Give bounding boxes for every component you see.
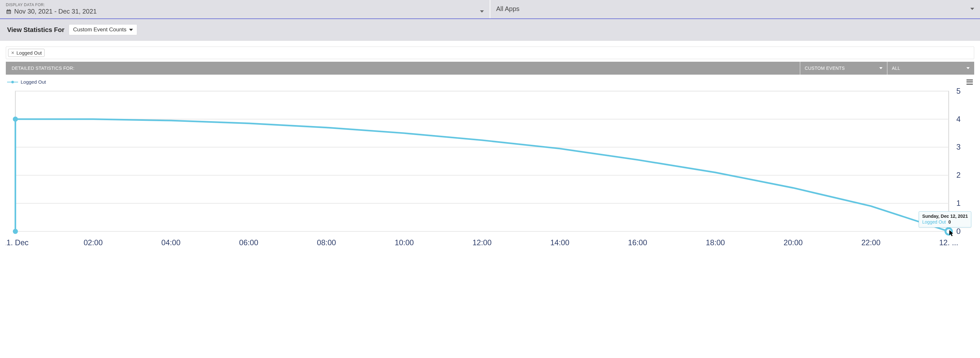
detail-metric-dropdown[interactable]: CUSTOM EVENTS bbox=[800, 62, 887, 75]
svg-text:16:00: 16:00 bbox=[628, 238, 647, 247]
svg-rect-7 bbox=[8, 12, 8, 13]
content-area: ✕ Logged Out DETAILED STATISTICS FOR: CU… bbox=[0, 41, 980, 259]
svg-text:12. ...: 12. ... bbox=[939, 238, 958, 247]
svg-text:02:00: 02:00 bbox=[84, 238, 103, 247]
svg-rect-5 bbox=[8, 11, 9, 12]
svg-text:04:00: 04:00 bbox=[161, 238, 180, 247]
svg-rect-1 bbox=[7, 11, 11, 13]
tooltip-series: Logged Out bbox=[922, 219, 946, 225]
cursor-icon bbox=[949, 230, 955, 238]
svg-text:12:00: 12:00 bbox=[473, 238, 492, 247]
svg-text:5: 5 bbox=[956, 88, 961, 95]
detail-statistics-header: DETAILED STATISTICS FOR: CUSTOM EVENTS A… bbox=[6, 62, 974, 75]
svg-text:2: 2 bbox=[956, 171, 961, 179]
legend-label: Logged Out bbox=[21, 79, 46, 85]
chart-legend-row: Logged Out bbox=[6, 79, 974, 85]
legend-swatch bbox=[7, 81, 18, 83]
chevron-down-icon bbox=[480, 10, 484, 13]
filter-chip-label: Logged Out bbox=[16, 50, 41, 56]
tooltip-value: 0 bbox=[948, 219, 951, 225]
filter-label: DISPLAY DATA FOR: bbox=[6, 3, 484, 7]
detail-statistics-label: DETAILED STATISTICS FOR: bbox=[6, 62, 800, 75]
chevron-down-icon bbox=[970, 8, 974, 10]
svg-text:22:00: 22:00 bbox=[861, 238, 880, 247]
date-range-value: Nov 30, 2021 - Dec 31, 2021 bbox=[14, 8, 97, 15]
caret-down-icon bbox=[129, 29, 133, 31]
caret-down-icon bbox=[879, 67, 883, 69]
svg-rect-2 bbox=[8, 9, 8, 10]
svg-rect-4 bbox=[8, 11, 8, 12]
event-filter-input[interactable]: ✕ Logged Out bbox=[6, 46, 974, 59]
detail-scope-value: ALL bbox=[892, 66, 900, 71]
caret-down-icon bbox=[966, 67, 970, 69]
svg-text:14:00: 14:00 bbox=[550, 238, 570, 247]
svg-point-37 bbox=[13, 229, 18, 234]
app-scope-value: All Apps bbox=[496, 5, 519, 13]
detail-scope-dropdown[interactable]: ALL bbox=[887, 62, 974, 75]
tooltip-date: Sunday, Dec 12, 2021 bbox=[922, 214, 968, 219]
date-range-picker[interactable]: DISPLAY DATA FOR: Nov 30, 2021 - Dec 31,… bbox=[0, 0, 490, 18]
chart: 01234511. Dec02:0004:0006:0008:0010:0012… bbox=[6, 88, 974, 254]
svg-point-38 bbox=[13, 117, 18, 122]
svg-rect-9 bbox=[10, 12, 10, 13]
svg-text:0: 0 bbox=[956, 227, 961, 235]
filter-bar: DISPLAY DATA FOR: Nov 30, 2021 - Dec 31,… bbox=[0, 0, 980, 19]
svg-text:1: 1 bbox=[956, 199, 961, 208]
chart-menu-icon[interactable] bbox=[966, 80, 973, 85]
close-icon[interactable]: ✕ bbox=[11, 50, 14, 55]
view-statistics-title: View Statistics For bbox=[7, 26, 64, 34]
svg-text:18:00: 18:00 bbox=[706, 238, 725, 247]
svg-text:10:00: 10:00 bbox=[395, 238, 414, 247]
svg-text:06:00: 06:00 bbox=[239, 238, 258, 247]
svg-text:4: 4 bbox=[956, 115, 961, 123]
svg-text:20:00: 20:00 bbox=[784, 238, 803, 247]
view-statistics-bar: View Statistics For Custom Event Counts bbox=[0, 19, 980, 41]
statistic-type-dropdown[interactable]: Custom Event Counts bbox=[69, 24, 137, 35]
svg-text:08:00: 08:00 bbox=[317, 238, 336, 247]
svg-text:11. Dec: 11. Dec bbox=[6, 238, 29, 247]
detail-metric-value: CUSTOM EVENTS bbox=[805, 66, 845, 71]
calendar-icon bbox=[6, 9, 12, 14]
svg-rect-8 bbox=[8, 12, 9, 13]
svg-rect-10 bbox=[16, 91, 949, 231]
chart-tooltip: Sunday, Dec 12, 2021 Logged Out 0 bbox=[919, 211, 971, 227]
filter-chip[interactable]: ✕ Logged Out bbox=[8, 49, 45, 57]
svg-text:3: 3 bbox=[956, 143, 961, 151]
svg-rect-6 bbox=[10, 11, 10, 12]
svg-rect-3 bbox=[10, 9, 10, 10]
statistic-type-value: Custom Event Counts bbox=[73, 27, 126, 33]
legend-item[interactable]: Logged Out bbox=[7, 79, 46, 85]
app-scope-picker[interactable]: All Apps bbox=[490, 0, 980, 18]
